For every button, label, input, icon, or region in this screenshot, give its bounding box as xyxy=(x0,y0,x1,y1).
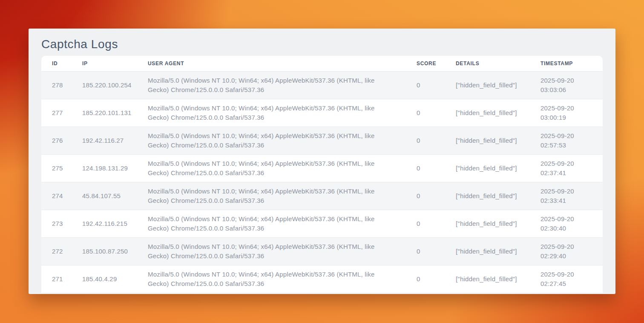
captcha-logs-card: Captcha Logs IDIPUSER AGENTSCOREDETAILST… xyxy=(29,29,615,294)
cell-id: 274 xyxy=(41,191,72,201)
column-header-ip: IP xyxy=(72,61,137,66)
cell-details: ["hidden_field_filled"] xyxy=(445,164,530,173)
table-header-row: IDIPUSER AGENTSCOREDETAILSTIMESTAMP xyxy=(41,56,603,71)
cell-id: 275 xyxy=(41,164,72,173)
cell-user_agent: Mozilla/5.0 (Windows NT 10.0; Win64; x64… xyxy=(137,159,406,178)
cell-score: 0 xyxy=(406,81,445,90)
cell-details: ["hidden_field_filled"] xyxy=(445,247,530,256)
cell-timestamp: 2025-09-20 02:29:40 xyxy=(530,242,603,261)
cell-ip: 185.220.101.131 xyxy=(72,108,137,118)
cell-score: 0 xyxy=(406,274,445,284)
table-row: 273192.42.116.215Mozilla/5.0 (Windows NT… xyxy=(41,210,603,237)
column-header-timestamp: TIMESTAMP xyxy=(530,61,603,66)
cell-id: 277 xyxy=(41,108,72,118)
cell-timestamp: 2025-09-20 03:00:19 xyxy=(530,104,603,122)
page-title: Captcha Logs xyxy=(41,37,603,52)
cell-score: 0 xyxy=(406,164,445,173)
table-row: 277185.220.101.131Mozilla/5.0 (Windows N… xyxy=(41,99,603,127)
cell-score: 0 xyxy=(406,191,445,201)
cell-user_agent: Mozilla/5.0 (Windows NT 10.0; Win64; x64… xyxy=(137,214,406,233)
table-body: 278185.220.100.254Mozilla/5.0 (Windows N… xyxy=(41,71,603,293)
cell-score: 0 xyxy=(406,108,445,118)
cell-timestamp: 2025-09-20 02:27:45 xyxy=(530,270,603,288)
cell-id: 278 xyxy=(41,81,72,90)
cell-ip: 185.220.100.254 xyxy=(72,81,137,90)
cell-ip: 185.40.4.29 xyxy=(72,274,137,284)
cell-timestamp: 2025-09-20 02:33:41 xyxy=(530,187,603,205)
cell-details: ["hidden_field_filled"] xyxy=(445,81,530,90)
desktop-background: { "page": { "title": "Captcha Logs" }, "… xyxy=(0,0,644,323)
column-header-id: ID xyxy=(41,61,72,66)
table-row: 27445.84.107.55Mozilla/5.0 (Windows NT 1… xyxy=(41,182,603,210)
cell-ip: 185.100.87.250 xyxy=(72,247,137,256)
cell-details: ["hidden_field_filled"] xyxy=(445,219,530,228)
cell-details: ["hidden_field_filled"] xyxy=(445,108,530,118)
cell-id: 272 xyxy=(41,247,72,256)
cell-ip: 124.198.131.29 xyxy=(72,164,137,173)
cell-id: 273 xyxy=(41,219,72,228)
cell-timestamp: 2025-09-20 03:03:06 xyxy=(530,76,603,95)
cell-score: 0 xyxy=(406,219,445,228)
table-row: 271185.40.4.29Mozilla/5.0 (Windows NT 10… xyxy=(41,265,603,293)
column-header-details: DETAILS xyxy=(445,61,530,66)
cell-user_agent: Mozilla/5.0 (Windows NT 10.0; Win64; x64… xyxy=(137,187,406,205)
column-header-score: SCORE xyxy=(406,61,445,66)
cell-details: ["hidden_field_filled"] xyxy=(445,274,530,284)
cell-ip: 192.42.116.27 xyxy=(72,136,137,145)
table-row: 272185.100.87.250Mozilla/5.0 (Windows NT… xyxy=(41,237,603,265)
cell-score: 0 xyxy=(406,247,445,256)
cell-score: 0 xyxy=(406,136,445,145)
cell-user_agent: Mozilla/5.0 (Windows NT 10.0; Win64; x64… xyxy=(137,131,406,150)
cell-ip: 45.84.107.55 xyxy=(72,191,137,201)
column-header-user_agent: USER AGENT xyxy=(137,61,406,66)
captcha-logs-table[interactable]: IDIPUSER AGENTSCOREDETAILSTIMESTAMP 2781… xyxy=(41,56,603,293)
cell-user_agent: Mozilla/5.0 (Windows NT 10.0; Win64; x64… xyxy=(137,76,406,95)
cell-ip: 192.42.116.215 xyxy=(72,219,137,228)
cell-timestamp: 2025-09-20 02:30:40 xyxy=(530,214,603,233)
cell-user_agent: Mozilla/5.0 (Windows NT 10.0; Win64; x64… xyxy=(137,104,406,122)
cell-user_agent: Mozilla/5.0 (Windows NT 10.0; Win64; x64… xyxy=(137,270,406,288)
cell-id: 271 xyxy=(41,274,72,284)
table-header: IDIPUSER AGENTSCOREDETAILSTIMESTAMP xyxy=(41,56,603,71)
cell-id: 276 xyxy=(41,136,72,145)
table-row: 275124.198.131.29Mozilla/5.0 (Windows NT… xyxy=(41,154,603,182)
cell-timestamp: 2025-09-20 02:37:41 xyxy=(530,159,603,178)
table-row: 276192.42.116.27Mozilla/5.0 (Windows NT … xyxy=(41,127,603,154)
cell-user_agent: Mozilla/5.0 (Windows NT 10.0; Win64; x64… xyxy=(137,242,406,261)
cell-timestamp: 2025-09-20 02:57:53 xyxy=(530,131,603,150)
table-row: 278185.220.100.254Mozilla/5.0 (Windows N… xyxy=(41,71,603,99)
cell-details: ["hidden_field_filled"] xyxy=(445,136,530,145)
cell-details: ["hidden_field_filled"] xyxy=(445,191,530,201)
